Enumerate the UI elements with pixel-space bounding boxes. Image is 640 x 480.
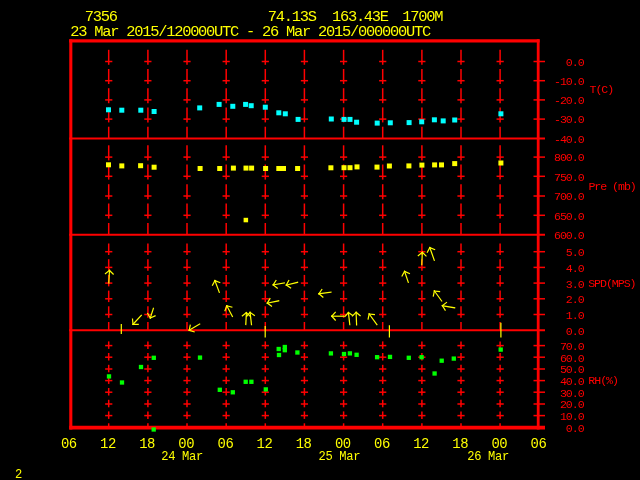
svg-text:12: 12 — [257, 436, 273, 452]
svg-text:-40.0: -40.0 — [554, 133, 585, 146]
svg-text:26 Mar: 26 Mar — [467, 450, 509, 464]
svg-text:12: 12 — [100, 436, 116, 452]
svg-text:-20.0: -20.0 — [554, 94, 585, 107]
svg-text:-10.0: -10.0 — [554, 75, 585, 88]
svg-text:06: 06 — [61, 436, 77, 452]
svg-text:06: 06 — [217, 436, 233, 452]
svg-text:800.0: 800.0 — [554, 151, 585, 164]
svg-text:1.0: 1.0 — [566, 309, 585, 322]
svg-text:RH(%): RH(%) — [588, 374, 618, 387]
svg-text:650.0: 650.0 — [554, 210, 585, 223]
svg-text:Pre (mb): Pre (mb) — [588, 180, 635, 193]
svg-text:2: 2 — [15, 468, 22, 480]
svg-text:5.0: 5.0 — [566, 246, 585, 259]
svg-text:3.0: 3.0 — [566, 278, 585, 291]
svg-text:750.0: 750.0 — [554, 171, 585, 184]
svg-text:25 Mar: 25 Mar — [319, 450, 361, 464]
svg-text:06: 06 — [531, 436, 547, 452]
svg-text:12: 12 — [413, 436, 429, 452]
svg-text:700.0: 700.0 — [554, 190, 585, 203]
svg-text:T(C): T(C) — [590, 83, 614, 96]
svg-text:18: 18 — [296, 436, 312, 452]
svg-text:18: 18 — [139, 436, 155, 452]
svg-text:600.0: 600.0 — [554, 229, 585, 242]
svg-text:18: 18 — [452, 436, 468, 452]
svg-text:4.0: 4.0 — [566, 262, 585, 275]
svg-text:24 Mar: 24 Mar — [161, 450, 203, 464]
svg-text:2.0: 2.0 — [566, 293, 585, 306]
svg-text:06: 06 — [374, 436, 390, 452]
svg-text:-30.0: -30.0 — [554, 113, 585, 126]
svg-text:0.0: 0.0 — [566, 56, 585, 69]
svg-text:SPD(MPS): SPD(MPS) — [588, 277, 635, 290]
svg-text:0.0: 0.0 — [566, 422, 585, 435]
svg-text:0.0: 0.0 — [566, 325, 585, 338]
svg-text:23 Mar 2015/120000UTC - 26 Mar: 23 Mar 2015/120000UTC - 26 Mar 2015/0000… — [70, 23, 431, 41]
